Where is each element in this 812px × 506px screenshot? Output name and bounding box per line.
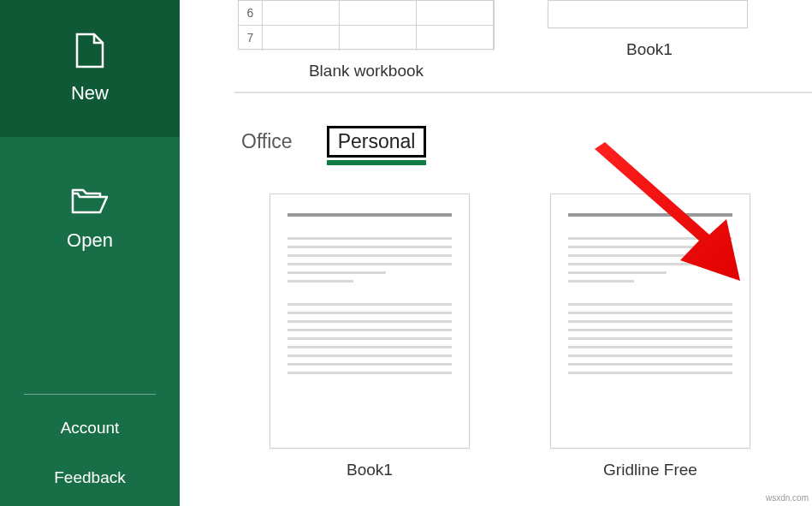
sidebar: New Open Account Feedback (0, 0, 180, 506)
tab-active-underline (327, 160, 427, 165)
open-folder-icon (71, 187, 109, 216)
book1-preview (270, 193, 470, 449)
template-blank-workbook[interactable]: 6 7 Blank workbook (238, 0, 495, 80)
blank-workbook-preview: 6 7 (238, 0, 495, 50)
sidebar-divider (24, 394, 156, 395)
main-content: 6 7 Blank workbook Book1 Office (180, 0, 812, 506)
sidebar-main: New Open (0, 0, 180, 394)
template-caption: Book1 (626, 40, 673, 59)
tab-personal-label: Personal (338, 130, 416, 152)
tabs-row: Office Personal (180, 126, 812, 158)
sidebar-link-feedback[interactable]: Feedback (0, 453, 180, 503)
sidebar-item-open[interactable]: Open (0, 137, 180, 301)
row-number: 7 (239, 26, 263, 51)
section-separator (234, 92, 812, 93)
book1-top-preview (548, 0, 748, 28)
sidebar-link-account[interactable]: Account (0, 403, 180, 453)
gridline-free-preview (550, 193, 750, 449)
top-templates-row: 6 7 Blank workbook Book1 (180, 0, 812, 90)
sidebar-open-label: Open (67, 229, 113, 252)
tab-office[interactable]: Office (234, 127, 299, 157)
template-caption: Gridline Free (603, 461, 697, 479)
sidebar-item-new[interactable]: New (0, 0, 180, 137)
tab-personal[interactable]: Personal (327, 126, 427, 158)
sidebar-bottom: Account Feedback (0, 403, 180, 506)
new-file-icon (75, 33, 104, 68)
template-book1-top[interactable]: Book1 (551, 0, 748, 59)
template-book1[interactable]: Book1 (270, 193, 470, 479)
row-number: 6 (239, 1, 263, 25)
template-caption: Book1 (347, 461, 393, 479)
template-caption: Blank workbook (309, 62, 424, 80)
personal-templates-row: Book1 Gr (180, 193, 812, 479)
template-gridline-free[interactable]: Gridline Free (550, 193, 750, 479)
watermark: wsxdn.com (766, 493, 809, 503)
sidebar-new-label: New (71, 82, 109, 104)
